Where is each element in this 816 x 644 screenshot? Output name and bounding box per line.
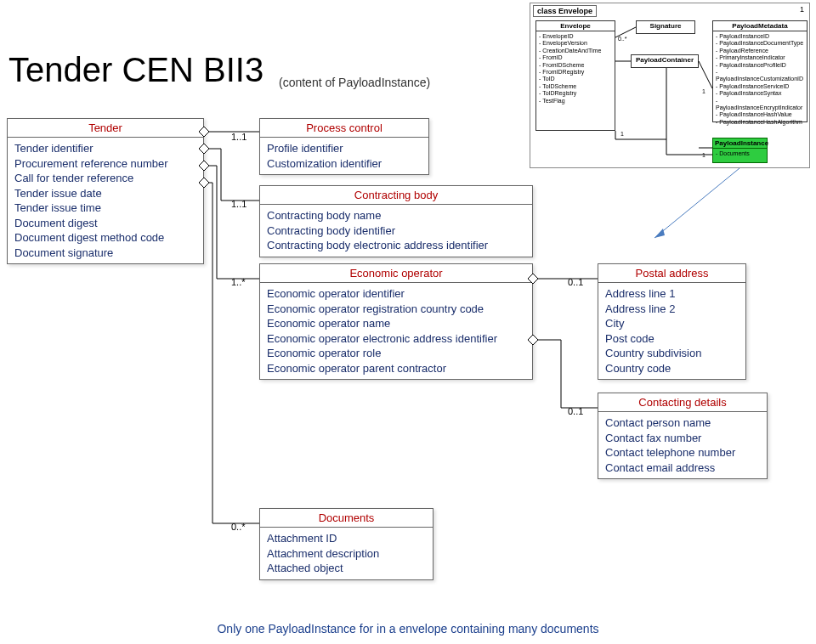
class-title: Contracting body: [260, 186, 532, 205]
attr-line: Attachment description: [267, 546, 426, 562]
svg-line-7: [699, 61, 712, 88]
attr-line: Economic operator name: [267, 316, 525, 331]
mult-process: 1..1: [231, 132, 246, 142]
class-body: Contracting body nameContracting body id…: [260, 205, 532, 257]
attr-line: Tender issue time: [14, 201, 196, 216]
mult-postal: 0..1: [568, 277, 583, 287]
attr-line: Document signature: [14, 246, 196, 261]
page-title: Tender CEN BII3: [8, 51, 264, 89]
mini-body: - PayloadInstanceID- PayloadInstanceDocu…: [713, 31, 807, 127]
mini-payload-metadata: PayloadMetadata - PayloadInstanceID- Pay…: [712, 20, 808, 122]
class-title: Economic operator: [260, 264, 532, 283]
attr-line: Country subdivision: [605, 346, 739, 361]
attr-line: - PayloadReference: [716, 48, 804, 54]
class-body: Address line 1Address line 2CityPost cod…: [598, 283, 745, 379]
attr-line: Economic operator registration country c…: [267, 302, 525, 317]
attr-line: Tender issue date: [14, 186, 196, 201]
attr-line: Document digest method code: [14, 230, 196, 246]
mult-economic: 1..*: [231, 277, 246, 287]
attr-line: - Documents: [716, 150, 764, 157]
attr-line: - PayloadInstanceID: [716, 33, 804, 40]
attr-line: Economic operator identifier: [267, 286, 525, 302]
attr-line: Post code: [605, 331, 739, 347]
attr-line: - FromIDScheme: [539, 62, 612, 69]
mini-page-number: 1: [800, 5, 804, 14]
attr-line: - PayloadInstanceHashValue: [716, 111, 804, 118]
class-title: Postal address: [598, 264, 745, 283]
attr-line: Contracting body identifier: [267, 223, 525, 239]
attr-line: Contact email address: [605, 460, 760, 476]
attr-line: Contact fax number: [605, 431, 760, 446]
class-postal-address: Postal address Address line 1Address lin…: [598, 263, 746, 380]
attr-line: - ToIDScheme: [539, 83, 612, 90]
mini-mult: 1: [702, 152, 706, 158]
svg-line-3: [654, 168, 740, 238]
mini-signature: Signature: [636, 20, 695, 34]
class-title: Documents: [260, 509, 433, 528]
class-tender: Tender Tender identifierProcurement refe…: [7, 118, 204, 264]
class-body: Attachment IDAttachment descriptionAttac…: [260, 528, 433, 579]
attr-line: - PayloadInstanceEncryptIndicator: [716, 98, 804, 112]
attr-line: Contracting body electronic address iden…: [267, 238, 525, 253]
attr-line: City: [605, 316, 739, 331]
attr-line: Attachment ID: [267, 531, 426, 546]
attr-line: Economic operator parent contractor: [267, 361, 525, 376]
class-contacting-details: Contacting details Contact person nameCo…: [598, 393, 768, 479]
attr-line: - PayloadInstanceProfileID: [716, 62, 804, 69]
attr-line: Economic operator role: [267, 346, 525, 361]
mini-title: Signature: [637, 21, 694, 31]
attr-line: - EnvelopeID: [539, 33, 612, 40]
mini-mult: 1: [702, 88, 706, 94]
attr-line: Country code: [605, 361, 739, 376]
class-process-control: Process control Profile identifierCustom…: [259, 118, 429, 175]
attr-line: Address line 2: [605, 302, 739, 317]
attr-line: Contact telephone number: [605, 445, 760, 460]
attr-line: Contact person name: [605, 415, 760, 431]
mini-title: PayloadMetadata: [713, 21, 807, 31]
class-body: Contact person nameContact fax numberCon…: [598, 412, 767, 478]
mini-title: PayloadContainer: [632, 55, 698, 65]
mini-body: - EnvelopeID- EnvelopeVersion- CreationD…: [536, 31, 615, 106]
class-title: Contacting details: [598, 393, 767, 412]
mini-mult: 0..*: [618, 36, 627, 42]
attr-line: - PayloadInstanceSyntax: [716, 90, 804, 97]
attr-line: - CreationDateAndTime: [539, 48, 612, 54]
attr-line: - TestFlag: [539, 98, 612, 105]
class-envelope-mini: class Envelope 1 Envelope - EnvelopeID- …: [530, 3, 810, 168]
attr-line: - FromIDRegistry: [539, 69, 612, 76]
attr-line: - EnvelopeVersion: [539, 40, 612, 47]
class-body: Economic operator identifierEconomic ope…: [260, 283, 532, 379]
mult-contracting: 1..1: [231, 199, 246, 209]
mini-class-label: class Envelope: [533, 5, 597, 17]
page-subtitle: (content of PayloadInstance): [279, 76, 430, 89]
class-body: Profile identifierCustomization identifi…: [260, 138, 428, 174]
attr-line: Contracting body name: [267, 208, 525, 223]
footer-note: Only one PayloadInstance for in a envelo…: [217, 622, 598, 636]
class-contracting-body: Contracting body Contracting body nameCo…: [259, 185, 533, 257]
mini-mult: 1: [620, 131, 624, 137]
mini-payload-container: PayloadContainer: [631, 54, 699, 68]
attr-line: - PayloadInstanceDocumentType: [716, 40, 804, 47]
attr-line: Tender identifier: [14, 141, 196, 156]
class-title: Process control: [260, 119, 428, 138]
class-documents: Documents Attachment IDAttachment descri…: [259, 508, 434, 580]
mult-contact: 0..1: [568, 406, 583, 416]
mini-payload-instance: PayloadInstance - Documents: [712, 138, 768, 163]
attr-line: Address line 1: [605, 286, 739, 302]
class-body: Tender identifierProcurement reference n…: [8, 138, 203, 263]
attr-line: - FromID: [539, 54, 612, 61]
attr-line: Customization identifier: [267, 156, 422, 172]
attr-line: - PayloadInstanceCustomizationID: [716, 69, 804, 83]
svg-marker-4: [654, 229, 665, 238]
attr-line: - PayloadInstanceServiceID: [716, 83, 804, 90]
class-economic-operator: Economic operator Economic operator iden…: [259, 263, 533, 380]
attr-line: - PrimaryInstanceIndicator: [716, 54, 804, 61]
attr-line: - ToIDRegistry: [539, 90, 612, 97]
attr-line: - PayloadInstanceHashAlgorithm: [716, 119, 804, 126]
mini-title: Envelope: [536, 21, 615, 31]
mini-title: PayloadInstance: [713, 138, 767, 149]
mini-body: - Documents: [713, 149, 767, 159]
mult-documents: 0..*: [231, 522, 246, 532]
attr-line: Economic operator electronic address ide…: [267, 331, 525, 347]
attr-line: Document digest: [14, 216, 196, 231]
